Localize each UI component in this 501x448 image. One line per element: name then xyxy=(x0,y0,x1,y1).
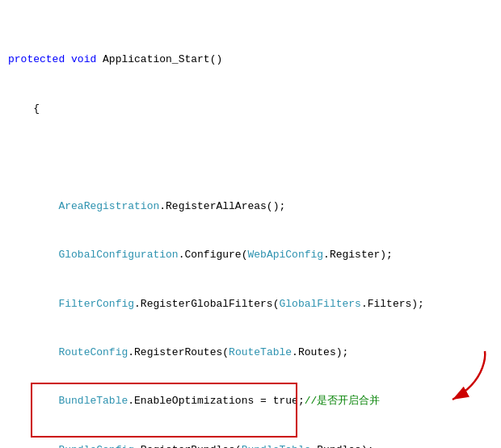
code-line-2: { xyxy=(8,101,493,117)
code-text: void Application_Start() xyxy=(65,53,222,65)
code-line-3: AreaRegistration.RegisterAllAreas(); xyxy=(8,199,493,215)
code-line-5: FilterConfig.RegisterGlobalFilters(Globa… xyxy=(8,296,493,312)
code-line-4: GlobalConfiguration.Configure(WebApiConf… xyxy=(8,247,493,263)
keyword-protected: protected xyxy=(8,53,65,65)
code-line-1: protected void Application_Start() xyxy=(8,52,493,68)
code-line-8: BundleConfig.RegisterBundles(BundleTable… xyxy=(8,442,493,448)
arrow-indicator xyxy=(420,347,493,412)
code-container: protected void Application_Start() { Are… xyxy=(0,0,501,448)
code-line-blank1 xyxy=(8,149,493,165)
